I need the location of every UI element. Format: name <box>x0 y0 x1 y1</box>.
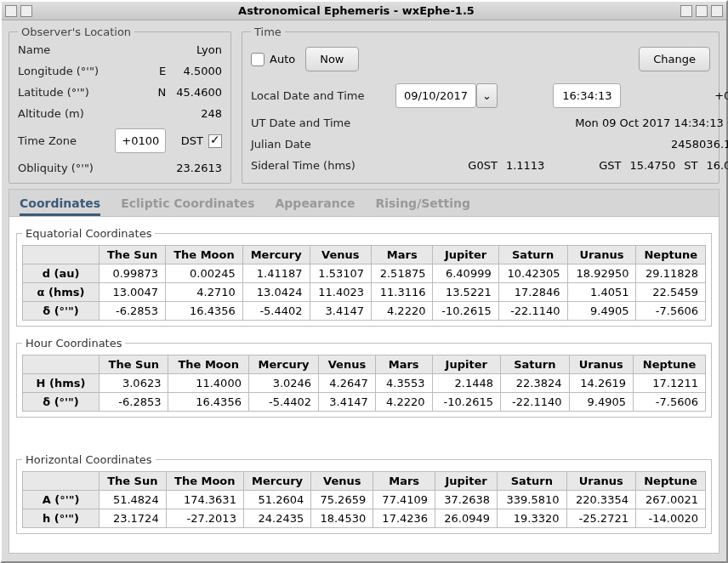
row-header: α (hms) <box>23 283 100 302</box>
cell: 3.4147 <box>319 393 376 412</box>
cell: 75.2659 <box>311 491 373 509</box>
col-header: Venus <box>319 355 376 374</box>
st-value: 16.0710 <box>706 159 728 172</box>
local-dt-label: Local Date and Time <box>251 89 370 102</box>
col-header: The Moon <box>166 472 243 491</box>
cell: 3.4147 <box>310 302 371 321</box>
tab-appearance[interactable]: Appearance <box>276 196 355 211</box>
col-header: Jupiter <box>433 246 498 264</box>
cell: 11.4023 <box>310 283 371 302</box>
cell: 77.4109 <box>373 491 435 509</box>
time-legend: Time <box>251 26 285 38</box>
cell: -14.0020 <box>635 509 705 528</box>
obl-value: 23.2613 <box>176 162 222 174</box>
alt-value: 248 <box>176 107 222 120</box>
eq-legend: Equatorial Coordinates <box>22 227 155 240</box>
titlebar: Astronomical Ephemeris - wxEphe-1.5 <box>2 2 726 20</box>
cell: 51.4824 <box>100 491 167 509</box>
col-header: Neptune <box>634 355 706 374</box>
g0st-value: 1.1113 <box>506 159 545 172</box>
cell: 3.0623 <box>100 374 168 393</box>
cell: -22.1140 <box>498 302 567 321</box>
ut-dt-value: Mon 09 Oct 2017 14:34:13 GMT <box>378 117 728 129</box>
col-header: The Sun <box>100 246 166 264</box>
cell: 3.0246 <box>248 374 318 393</box>
g0st-label: G0ST <box>395 159 498 172</box>
cell: 1.41187 <box>242 264 310 283</box>
cell: 17.4236 <box>373 509 435 528</box>
observer-legend: Observer's Location <box>18 26 134 38</box>
cell: 37.2638 <box>435 491 498 509</box>
tab-body: Equatorial CoordinatesThe SunThe MoonMer… <box>9 217 719 554</box>
cell: 220.3354 <box>566 491 635 509</box>
tab-coordinates[interactable]: Coordinates <box>20 196 100 216</box>
cell: 2.51875 <box>372 264 433 283</box>
dst-checkbox[interactable] <box>208 134 222 148</box>
col-header: Mercury <box>243 472 310 491</box>
date-picker-button[interactable]: ⌄ <box>476 83 498 108</box>
cell: 4.2220 <box>372 302 433 321</box>
gst-label: GST <box>553 159 621 172</box>
cell: 22.3824 <box>501 374 570 393</box>
lon-hemisphere: E <box>115 65 166 77</box>
col-header: Neptune <box>635 472 705 491</box>
cell: 1.4051 <box>567 283 636 302</box>
cell: -5.4402 <box>248 393 318 412</box>
cell: 11.4000 <box>168 374 248 393</box>
change-button[interactable]: Change <box>639 47 710 71</box>
now-button[interactable]: Now <box>305 47 358 71</box>
window-title: Astronomical Ephemeris - wxEphe-1.5 <box>36 4 677 17</box>
ut-dt-label: UT Date and Time <box>251 117 370 129</box>
tz-label: Time Zone <box>18 134 105 147</box>
col-header: Mars <box>375 355 432 374</box>
col-header: Jupiter <box>432 355 501 374</box>
auto-checkbox-wrap[interactable]: Auto <box>251 53 295 66</box>
hr-legend: Hour Coordinates <box>22 337 125 350</box>
cell: -27.2013 <box>166 509 243 528</box>
sysmenu-icon[interactable] <box>5 5 17 17</box>
col-header: Jupiter <box>435 472 498 491</box>
cell: 14.2619 <box>569 374 634 393</box>
cell: 0.99873 <box>100 264 166 283</box>
close-button[interactable] <box>711 5 723 17</box>
cell: 174.3631 <box>166 491 243 509</box>
cell: -7.5606 <box>634 393 706 412</box>
cell: -10.2615 <box>433 302 498 321</box>
date-input[interactable] <box>395 83 476 108</box>
cell: 13.0424 <box>242 283 310 302</box>
row-header: δ (°'") <box>23 393 100 412</box>
cell: 4.2220 <box>375 393 432 412</box>
dst-label: DST <box>181 134 203 147</box>
tab-ecliptic[interactable]: Ecliptic Coordinates <box>121 196 254 211</box>
cell: 4.2647 <box>319 374 376 393</box>
hr-table: The SunThe MoonMercuryVenusMarsJupiterSa… <box>22 355 706 412</box>
tab-rising-setting[interactable]: Rising/Setting <box>375 196 470 211</box>
sticky-icon[interactable] <box>20 5 32 17</box>
cell: 13.5221 <box>433 283 498 302</box>
name-value: Lyon <box>176 43 222 56</box>
hz-group: Horizontal CoordinatesThe SunThe MoonMer… <box>16 453 712 534</box>
hr-group: Hour CoordinatesThe SunThe MoonMercuryVe… <box>16 337 712 418</box>
tz-input[interactable] <box>115 128 166 153</box>
content-area: Observer's Location Name Lyon Longitude … <box>2 20 726 561</box>
cell: 51.2604 <box>243 491 310 509</box>
cell: -6.2853 <box>100 393 168 412</box>
cell: 6.40999 <box>433 264 498 283</box>
alt-label: Altitude (m) <box>18 107 105 120</box>
cell: -22.1140 <box>501 393 570 412</box>
col-header: Mercury <box>242 246 310 264</box>
col-header: Uranus <box>569 355 634 374</box>
cell: 19.3320 <box>498 509 566 528</box>
minimize-button[interactable] <box>680 5 692 17</box>
eq-group: Equatorial CoordinatesThe SunThe MoonMer… <box>16 227 712 327</box>
tab-bar: Coordinates Ecliptic Coordinates Appeara… <box>9 189 719 217</box>
cell: 17.1211 <box>634 374 706 393</box>
maximize-button[interactable] <box>696 5 708 17</box>
time-input[interactable] <box>553 83 621 108</box>
lon-label: Longitude (°'") <box>18 65 105 77</box>
cell: 16.4356 <box>166 302 243 321</box>
col-header: The Moon <box>168 355 248 374</box>
lon-value: 4.5000 <box>176 65 222 77</box>
cell: 9.4905 <box>569 393 634 412</box>
row-header: H (hms) <box>23 374 100 393</box>
